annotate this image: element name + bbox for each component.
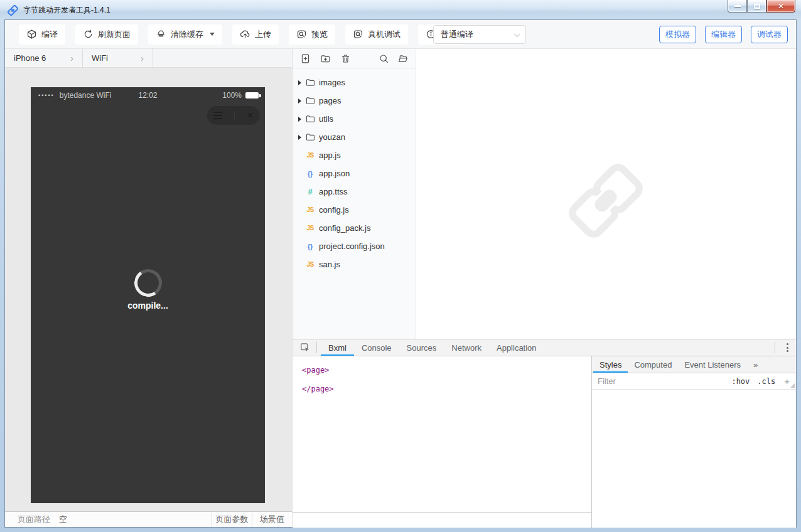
more-tabs-icon[interactable]: » bbox=[747, 356, 764, 373]
app-window: 字节跳动开发者工具-1.4.1 ✕ 编译 刷新页面 清除缓存 bbox=[0, 0, 801, 532]
dropdown-arrow-icon bbox=[210, 33, 215, 36]
tab-console[interactable]: Console bbox=[354, 339, 399, 356]
styles-tab-bar: Styles Computed Event Listeners » bbox=[592, 356, 796, 373]
tree-item-file[interactable]: JS config.js bbox=[293, 201, 416, 219]
caret-right-icon[interactable] bbox=[298, 117, 301, 122]
file-name: pages bbox=[319, 96, 341, 105]
tree-item-file[interactable]: # app.ttss bbox=[293, 183, 416, 201]
network-select[interactable]: WiFi › bbox=[83, 49, 153, 67]
qr-scan-icon bbox=[296, 29, 307, 40]
tree-item-file[interactable]: {} project.config.json bbox=[293, 237, 416, 255]
file-tree-panel: images pages utils youzan bbox=[293, 49, 416, 339]
bxml-footer-bar bbox=[293, 512, 591, 528]
toolbar-divider bbox=[775, 342, 775, 353]
clear-cache-label: 清除缓存 bbox=[171, 29, 203, 40]
chevron-right-icon: › bbox=[141, 53, 144, 63]
minimize-icon bbox=[734, 5, 741, 7]
toggle-class-button[interactable]: .cls bbox=[757, 377, 775, 386]
network-name: WiFi bbox=[92, 53, 108, 63]
upload-button[interactable]: 上传 bbox=[232, 24, 279, 45]
tab-network[interactable]: Network bbox=[444, 339, 489, 356]
simulator-toggle-button[interactable]: 模拟器 bbox=[659, 26, 696, 43]
tab-styles[interactable]: Styles bbox=[593, 356, 628, 373]
upload-cloud-icon bbox=[240, 29, 250, 40]
refresh-label: 刷新页面 bbox=[98, 29, 131, 40]
preview-label: 预览 bbox=[311, 29, 328, 40]
compile-mode-select[interactable]: 普通编译 bbox=[433, 25, 526, 44]
tree-item-folder[interactable]: utils bbox=[293, 110, 416, 128]
page-path-value: 空 bbox=[59, 514, 67, 525]
tab-sources[interactable]: Sources bbox=[399, 339, 444, 356]
tree-item-folder[interactable]: youzan bbox=[293, 128, 416, 146]
file-name: images bbox=[319, 78, 345, 87]
delete-icon[interactable] bbox=[340, 53, 351, 64]
inspect-element-icon[interactable] bbox=[298, 339, 313, 356]
loading-text: compile... bbox=[31, 301, 265, 311]
resize-grip-icon bbox=[790, 383, 795, 388]
json-file-icon: {} bbox=[305, 243, 315, 250]
file-name: app.ttss bbox=[319, 187, 348, 196]
bxml-open-tag[interactable]: <page> bbox=[302, 361, 591, 380]
close-button[interactable]: ✕ bbox=[766, 0, 795, 13]
capsule-menu: ✕ bbox=[207, 106, 260, 125]
new-file-icon[interactable] bbox=[300, 53, 311, 64]
page-params-tab[interactable]: 页面参数 bbox=[212, 512, 252, 527]
ttss-file-icon: # bbox=[305, 187, 315, 196]
bxml-close-tag[interactable]: </page> bbox=[302, 380, 591, 398]
scene-value-tab[interactable]: 场景值 bbox=[252, 512, 292, 527]
toggle-hover-state-button[interactable]: :hov bbox=[731, 377, 750, 386]
menu-icon[interactable] bbox=[213, 112, 222, 119]
client-area: 编译 刷新页面 清除缓存 上传 预览 真机调试 bbox=[5, 20, 796, 527]
tree-item-file[interactable]: {} app.json bbox=[293, 164, 416, 183]
close-miniapp-icon[interactable]: ✕ bbox=[247, 110, 254, 120]
panel-toggle-buttons: 模拟器 编辑器 调试器 bbox=[659, 26, 788, 43]
tab-bxml[interactable]: Bxml bbox=[321, 339, 354, 356]
caret-right-icon[interactable] bbox=[298, 135, 301, 140]
chevron-down-icon bbox=[514, 31, 520, 37]
tab-application[interactable]: Application bbox=[489, 339, 544, 356]
caret-right-icon[interactable] bbox=[298, 80, 301, 85]
remote-debug-label: 真机调试 bbox=[368, 29, 400, 40]
tree-item-file[interactable]: JS app.js bbox=[293, 146, 416, 164]
remote-debug-button[interactable]: 真机调试 bbox=[345, 24, 408, 45]
styles-filter-input[interactable] bbox=[598, 376, 724, 386]
editor-viewport bbox=[416, 49, 796, 339]
debugger-toggle-button[interactable]: 调试器 bbox=[751, 26, 788, 43]
new-folder-icon[interactable] bbox=[320, 53, 331, 64]
file-name: project.config.json bbox=[319, 242, 385, 251]
compile-mode-value: 普通编译 bbox=[441, 29, 473, 40]
tree-item-folder[interactable]: pages bbox=[293, 92, 416, 110]
close-icon: ✕ bbox=[778, 2, 784, 11]
simulator-panel: iPhone 6 › WiFi › ••••• bytedance WiFi 1… bbox=[5, 49, 293, 527]
device-bar: iPhone 6 › WiFi › bbox=[5, 49, 292, 68]
tree-item-file[interactable]: JS san.js bbox=[293, 255, 416, 274]
file-name: config_pack.js bbox=[319, 223, 370, 233]
tree-item-file[interactable]: JS config_pack.js bbox=[293, 219, 416, 237]
json-file-icon: {} bbox=[305, 170, 315, 178]
clear-cache-button[interactable]: 清除缓存 bbox=[148, 24, 222, 45]
styles-sidebar: Styles Computed Event Listeners » :hov .… bbox=[591, 356, 796, 528]
bxml-tree-view[interactable]: <page> </page> bbox=[293, 356, 591, 512]
compile-label: 编译 bbox=[41, 29, 58, 40]
more-options-icon[interactable] bbox=[779, 339, 796, 356]
maximize-button[interactable] bbox=[747, 0, 766, 13]
editor-toggle-button[interactable]: 编辑器 bbox=[705, 26, 742, 43]
compile-button[interactable]: 编译 bbox=[19, 24, 65, 45]
maximize-icon bbox=[754, 4, 760, 9]
search-icon[interactable] bbox=[379, 53, 389, 64]
window-controls: ✕ bbox=[728, 0, 795, 13]
devtools-tab-bar: Bxml Console Sources Network Application bbox=[293, 339, 796, 356]
refresh-page-button[interactable]: 刷新页面 bbox=[75, 24, 138, 45]
tree-item-folder[interactable]: images bbox=[293, 73, 416, 92]
main-toolbar: 编译 刷新页面 清除缓存 上传 预览 真机调试 bbox=[5, 20, 796, 49]
file-name: app.json bbox=[319, 169, 350, 178]
preview-button[interactable]: 预览 bbox=[289, 24, 335, 45]
open-folder-icon[interactable] bbox=[397, 53, 408, 64]
tab-event-listeners[interactable]: Event Listeners bbox=[678, 356, 747, 373]
caret-right-icon[interactable] bbox=[298, 98, 301, 104]
device-name: iPhone 6 bbox=[14, 53, 46, 63]
minimize-button[interactable] bbox=[728, 0, 747, 13]
file-name: san.js bbox=[319, 260, 340, 269]
tab-computed[interactable]: Computed bbox=[628, 356, 678, 373]
device-select[interactable]: iPhone 6 › bbox=[5, 49, 83, 67]
